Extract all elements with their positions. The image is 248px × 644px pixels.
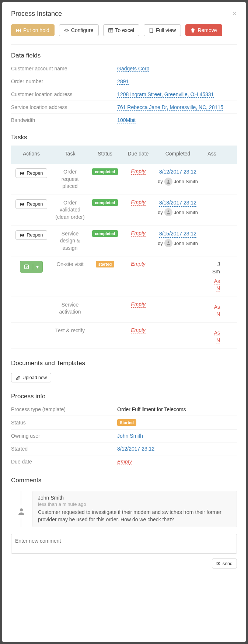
data-field-value: 100Mbit xyxy=(117,117,237,123)
assignee-link-fragment[interactable]: N xyxy=(216,311,220,317)
assignee-fragment: As xyxy=(204,278,220,285)
data-field-row: Bandwidth100Mbit xyxy=(11,114,237,126)
complete-task-button[interactable]: ▾ xyxy=(20,261,43,273)
th-task: Task xyxy=(52,151,88,157)
assignee-link-fragment[interactable]: N xyxy=(216,285,220,291)
completed-by-name: John Smith xyxy=(174,210,198,215)
task-assignee-cell: AsN xyxy=(201,327,223,344)
section-process-info-title: Process info xyxy=(11,393,237,400)
comment-avatar xyxy=(15,505,28,518)
task-action-cell: ▾ xyxy=(11,261,52,273)
remove-label: Remove xyxy=(198,27,217,33)
send-button[interactable]: ✉ send xyxy=(212,559,237,568)
user-avatar xyxy=(164,239,172,247)
process-info-link[interactable]: John Smith xyxy=(117,433,143,439)
status-badge: started xyxy=(96,261,115,267)
reopen-button[interactable]: ⏮ Reopen xyxy=(15,168,48,178)
close-icon[interactable]: × xyxy=(232,9,237,18)
put-on-hold-label: Put on hold xyxy=(23,27,49,33)
status-badge: completed xyxy=(92,168,118,175)
comment-item: John Smith less than a minute ago Custom… xyxy=(32,491,237,527)
th-actions: Actions xyxy=(11,151,52,157)
assignee-fragment: N xyxy=(204,337,220,344)
process-info-list: Process type (template)Order Fulfillment… xyxy=(11,403,237,468)
svg-point-5 xyxy=(168,211,170,213)
th-completed: Completed xyxy=(155,151,201,157)
task-assignee-cell: JSmAsN xyxy=(201,261,223,292)
reopen-button[interactable]: ⏮ Reopen xyxy=(15,230,48,240)
data-field-link[interactable]: 1208 Ingram Street, Greenville, OH 45331 xyxy=(117,91,214,98)
task-due-cell: Empty xyxy=(122,199,155,205)
assignee-link-fragment[interactable]: As xyxy=(214,330,220,336)
process-info-link[interactable]: 8/12/2017 23:12 xyxy=(117,446,154,452)
assignee-fragment: As xyxy=(204,304,220,311)
svg-point-4 xyxy=(168,180,170,182)
modal-process-instance: Process Instance × Put on hold Configure… xyxy=(2,2,246,642)
task-due-cell: Empty xyxy=(122,301,155,307)
data-fields-list: Customer account nameGadgets CorpOrder n… xyxy=(11,62,237,126)
full-view-button[interactable]: Full view xyxy=(144,24,181,36)
completed-by-name: John Smith xyxy=(174,241,198,246)
due-date-value[interactable]: Empty xyxy=(131,168,146,175)
process-info-empty[interactable]: Empty xyxy=(117,459,132,465)
process-info-row: Owning userJohn Smith xyxy=(11,430,237,442)
completed-date-link[interactable]: 8/15/2017 23:12 xyxy=(159,230,196,238)
envelope-icon: ✉ xyxy=(216,561,220,566)
configure-button[interactable]: Configure xyxy=(59,24,99,36)
due-date-value[interactable]: Empty xyxy=(131,301,146,308)
data-field-row: Customer account nameGadgets Corp xyxy=(11,62,237,75)
data-field-link[interactable]: Gadgets Corp xyxy=(117,66,149,72)
data-field-value: 2891 xyxy=(117,78,237,84)
put-on-hold-button[interactable]: Put on hold xyxy=(11,24,55,36)
task-action-cell: ⏮ Reopen xyxy=(11,199,52,209)
file-icon xyxy=(149,28,154,33)
assignee-link-fragment[interactable]: N xyxy=(216,337,220,343)
upload-new-button[interactable]: Upload new xyxy=(11,373,51,382)
task-completed-cell: 8/12/2017 23:12by John Smith xyxy=(155,168,201,186)
to-excel-label: To excel xyxy=(115,27,134,33)
due-date-value[interactable]: Empty xyxy=(131,199,146,206)
task-completed-cell: 8/15/2017 23:12by John Smith xyxy=(155,230,201,248)
new-comment-input[interactable] xyxy=(11,534,237,554)
trash-icon xyxy=(191,28,195,33)
due-date-value[interactable]: Empty xyxy=(131,261,146,267)
user-icon xyxy=(166,241,171,246)
user-icon xyxy=(17,507,26,516)
send-label: send xyxy=(223,561,233,566)
th-assignee: Ass xyxy=(201,151,223,157)
completed-date-link[interactable]: 8/13/2017 23:12 xyxy=(159,199,196,207)
due-date-value[interactable]: Empty xyxy=(131,327,146,333)
comment-author: John Smith xyxy=(38,495,231,501)
process-info-row: StatusStarted xyxy=(11,416,237,430)
process-info-value: Order Fulfillment for Telecoms xyxy=(117,406,237,412)
task-row: ⏮ ReopenOrder request placedcompletedEmp… xyxy=(11,164,237,195)
process-info-label: Owning user xyxy=(11,433,117,439)
tasks-body: ⏮ ReopenOrder request placedcompletedEmp… xyxy=(11,164,237,349)
remove-button[interactable]: Remove xyxy=(185,24,222,36)
completed-by-line: by John Smith xyxy=(158,208,198,216)
data-field-link[interactable]: 100Mbit xyxy=(117,117,136,123)
process-info-text: Order Fulfillment for Telecoms xyxy=(117,406,186,412)
task-row: Test & rectifyEmptyAsN xyxy=(11,323,237,349)
section-documents-title: Documents and Templates xyxy=(11,360,237,367)
reopen-button[interactable]: ⏮ Reopen xyxy=(15,199,48,209)
task-row: Service activationEmptyAsN xyxy=(11,297,237,323)
process-info-row: Started8/12/2017 23:12 xyxy=(11,442,237,455)
data-field-link[interactable]: 761 Rebecca Jane Dr, Mooresville, NC, 28… xyxy=(117,104,223,111)
completed-date-link[interactable]: 8/12/2017 23:12 xyxy=(159,168,196,176)
to-excel-button[interactable]: To excel xyxy=(103,24,139,36)
paperclip-icon xyxy=(15,375,20,380)
check-icon xyxy=(24,264,29,269)
task-status-cell: completed xyxy=(88,230,122,237)
data-field-link[interactable]: 2891 xyxy=(117,78,129,85)
comment-body: Customer requested to investigate if the… xyxy=(38,509,231,523)
assignee-link-fragment[interactable]: As xyxy=(214,304,220,310)
task-assignee-cell: AsN xyxy=(201,301,223,318)
assignee-link-fragment[interactable]: As xyxy=(214,278,220,284)
action-bar: Put on hold Configure To excel Full view… xyxy=(11,23,237,45)
task-row: ▾On-site visitstartedEmptyJSmAsN xyxy=(11,256,237,297)
data-field-label: Customer location address xyxy=(11,91,117,97)
due-date-value[interactable]: Empty xyxy=(131,230,146,237)
assignee-fragment: N xyxy=(204,311,220,318)
backward-icon: ⏮ xyxy=(20,202,25,207)
